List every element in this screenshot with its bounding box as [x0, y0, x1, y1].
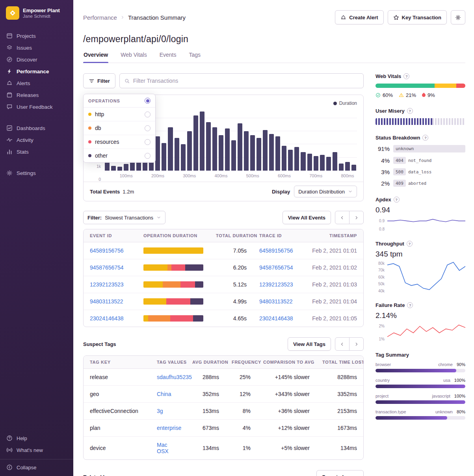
histogram-bar[interactable]: [124, 164, 128, 171]
settings-button[interactable]: [451, 10, 465, 24]
histogram-bar[interactable]: [351, 165, 356, 171]
pagination-next-button[interactable]: [349, 211, 364, 224]
histogram-bar[interactable]: [225, 128, 230, 171]
trace-id-link[interactable]: 64589156756: [259, 247, 293, 254]
histogram-bar[interactable]: [187, 131, 192, 171]
histogram-bar[interactable]: [269, 134, 274, 171]
sidebar-item-activity[interactable]: Activity: [0, 134, 73, 146]
pagination-prev-button[interactable]: [335, 211, 349, 224]
histogram-bar[interactable]: [206, 122, 211, 171]
org-switcher[interactable]: Empower Plant Jane Schmidt: [0, 6, 73, 20]
display-select[interactable]: Duration Distribution: [294, 186, 357, 197]
histogram-bar[interactable]: [326, 157, 331, 171]
help-icon[interactable]: ?: [403, 73, 409, 79]
operations-dropdown-header[interactable]: OPERATIONS: [84, 94, 155, 108]
sidebar-item-releases[interactable]: Releases: [0, 89, 73, 101]
histogram-bar[interactable]: [168, 127, 173, 171]
histogram-bar[interactable]: [117, 167, 122, 171]
tag-value-link[interactable]: China: [157, 391, 171, 397]
event-id-link[interactable]: 64589156756: [90, 247, 124, 254]
histogram-bar[interactable]: [244, 131, 249, 171]
histogram-bar[interactable]: [231, 140, 236, 171]
sidebar-item-alerts[interactable]: Alerts: [0, 77, 73, 89]
view-all-events-button[interactable]: View All Events: [283, 211, 331, 224]
tag-value-link[interactable]: 3g: [157, 408, 163, 414]
sidebar-item-settings[interactable]: Settings: [0, 167, 73, 179]
radio-all-operations[interactable]: [145, 98, 151, 104]
sidebar-item-what-s-new[interactable]: What's new: [0, 444, 73, 456]
histogram-bar[interactable]: [275, 136, 280, 171]
filter-button[interactable]: Filter: [83, 73, 115, 88]
histogram-bar[interactable]: [162, 143, 166, 171]
trace-id-link[interactable]: 94803113522: [259, 298, 293, 305]
event-id-link[interactable]: 94803113522: [90, 298, 123, 305]
histogram-bar[interactable]: [219, 135, 223, 171]
help-icon[interactable]: ?: [407, 108, 413, 114]
histogram-bar[interactable]: [320, 155, 325, 171]
key-transaction-button[interactable]: Key Transaction: [388, 10, 447, 24]
trace-id-link[interactable]: 12392123523: [259, 281, 293, 288]
histogram-bar[interactable]: [345, 162, 350, 171]
sidebar-item-performance[interactable]: Performance: [0, 65, 73, 77]
vitals-percent: 60%: [383, 92, 393, 98]
histogram-bar[interactable]: [307, 154, 312, 171]
help-icon[interactable]: ?: [407, 302, 413, 308]
help-icon[interactable]: ?: [422, 135, 428, 141]
trace-id-link[interactable]: 94587656754: [259, 264, 293, 271]
histogram-bar[interactable]: [263, 130, 268, 171]
event-id-link[interactable]: 94587656754: [90, 264, 124, 271]
histogram-bar[interactable]: [294, 147, 299, 171]
pagination-next-button[interactable]: [349, 337, 364, 351]
operation-option-other[interactable]: other: [84, 149, 155, 162]
operation-radio[interactable]: [145, 153, 151, 159]
histogram-bar[interactable]: [288, 150, 293, 171]
sidebar-item-issues[interactable]: Issues: [0, 42, 73, 54]
tab-overview[interactable]: Overview: [83, 51, 108, 63]
breadcrumb-performance[interactable]: Performance: [83, 14, 117, 21]
operation-option-resources[interactable]: resources: [84, 135, 155, 149]
histogram-bar[interactable]: [250, 135, 255, 171]
trace-id-link[interactable]: 23024146438: [259, 315, 293, 322]
help-icon[interactable]: ?: [407, 241, 413, 247]
histogram-bar[interactable]: [314, 156, 318, 171]
operation-option-http[interactable]: http: [84, 108, 155, 121]
event-id-link[interactable]: 12392123523: [90, 281, 124, 288]
events-filter-select[interactable]: Filter: Slowest Transactions: [83, 211, 165, 224]
operation-radio[interactable]: [145, 139, 151, 145]
operation-option-db[interactable]: db: [84, 121, 155, 135]
tab-tags[interactable]: Tags: [188, 51, 201, 63]
sidebar-item-dashboards[interactable]: Dashboards: [0, 122, 73, 134]
histogram-bar[interactable]: [193, 115, 198, 171]
histogram-bar[interactable]: [301, 152, 305, 171]
operation-radio[interactable]: [145, 125, 151, 131]
tag-value-link[interactable]: enterprise: [157, 425, 181, 431]
histogram-bar[interactable]: [333, 152, 337, 171]
histogram-bar[interactable]: [339, 164, 344, 171]
sidebar-item-discover[interactable]: Discover: [0, 54, 73, 65]
histogram-bar[interactable]: [282, 146, 286, 171]
pagination-prev-button[interactable]: [335, 337, 349, 351]
event-id-link[interactable]: 23024146438: [90, 315, 124, 322]
sidebar-item-help[interactable]: Help: [0, 432, 73, 444]
transaction-search-input[interactable]: [133, 78, 359, 84]
tab-web-vitals[interactable]: Web Vitals: [120, 51, 147, 63]
help-icon[interactable]: ?: [394, 197, 400, 203]
sidebar-item-collapse[interactable]: Collapse: [0, 459, 73, 472]
histogram-bar[interactable]: [181, 144, 186, 171]
operation-radio[interactable]: [145, 112, 151, 117]
sidebar-item-projects[interactable]: Projects: [0, 30, 73, 42]
histogram-bar[interactable]: [257, 138, 261, 171]
histogram-bar[interactable]: [111, 166, 116, 171]
open-in-issues-button[interactable]: Open in Issues: [316, 470, 364, 476]
tag-value-link[interactable]: Mac OSX: [157, 442, 169, 454]
sidebar-item-user-feedback[interactable]: User Feedback: [0, 101, 73, 113]
view-all-tags-button[interactable]: View All Tags: [288, 337, 331, 351]
create-alert-button[interactable]: Create Alert: [335, 10, 383, 24]
tab-events[interactable]: Events: [159, 51, 177, 63]
histogram-bar[interactable]: [238, 123, 242, 171]
histogram-bar[interactable]: [212, 127, 217, 171]
histogram-bar[interactable]: [155, 136, 160, 171]
sidebar-item-stats[interactable]: Stats: [0, 146, 73, 158]
histogram-bar[interactable]: [200, 112, 204, 171]
histogram-bar[interactable]: [175, 138, 179, 171]
